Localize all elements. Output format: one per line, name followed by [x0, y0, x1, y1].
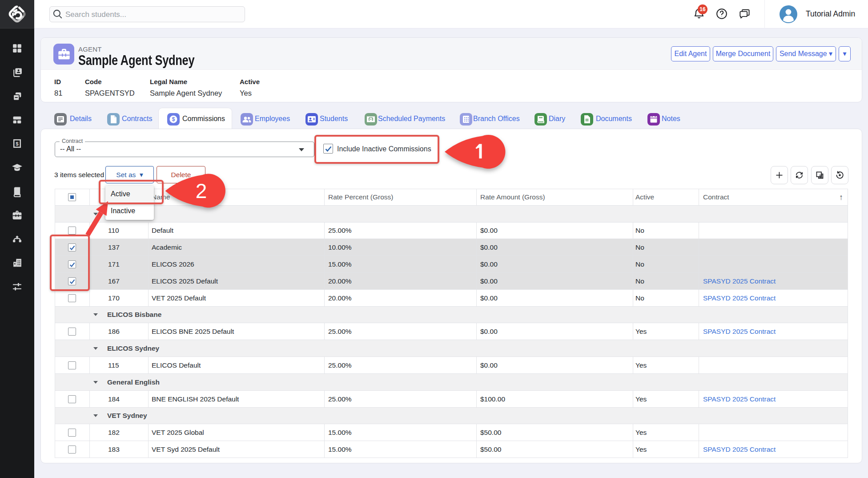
svg-text:$: $	[16, 141, 19, 146]
svg-text:2: 2	[196, 179, 207, 203]
svg-text:$: $	[172, 116, 175, 122]
